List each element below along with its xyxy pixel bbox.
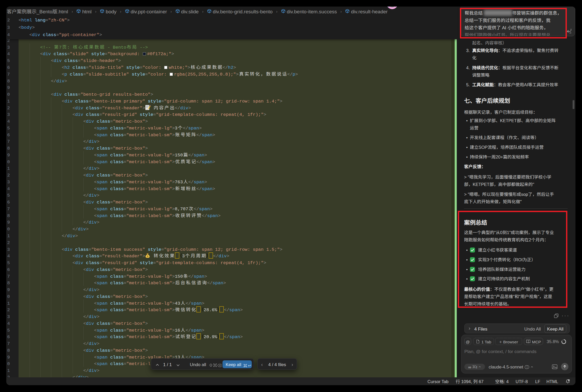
svg-text:$: $ — [147, 255, 149, 258]
